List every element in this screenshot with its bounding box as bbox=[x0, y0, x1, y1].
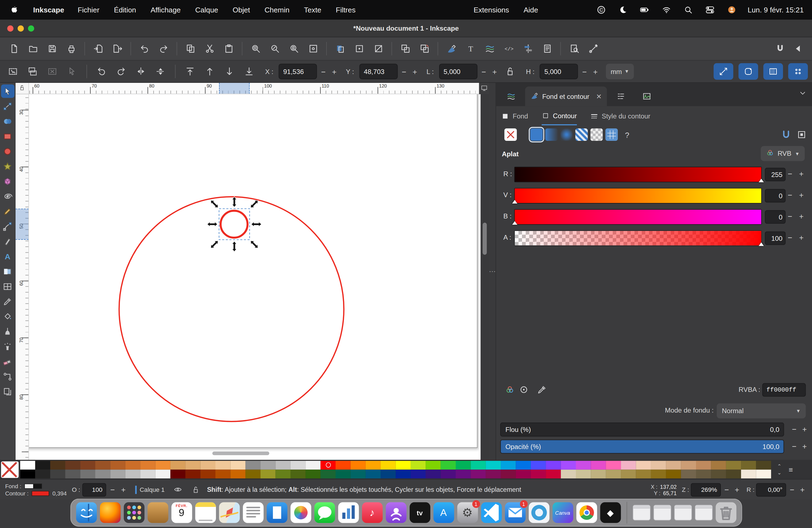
menu-affichage[interactable]: Affichage bbox=[150, 6, 180, 14]
palette-swatch[interactable] bbox=[321, 469, 336, 478]
rotate-cw-button[interactable] bbox=[112, 63, 130, 80]
palette-swatch[interactable] bbox=[366, 469, 381, 478]
rotation-input[interactable]: 0,00° bbox=[756, 483, 786, 496]
dialog-tab-fill-stroke[interactable]: Fond et contour ✕ bbox=[525, 86, 607, 106]
docs-blue-dock-icon[interactable] bbox=[266, 502, 287, 523]
safari-dock-icon[interactable] bbox=[528, 502, 549, 523]
slider-value[interactable]: 255 bbox=[765, 168, 785, 181]
height-decrement[interactable]: − bbox=[580, 67, 589, 76]
display-mode-icon[interactable] bbox=[479, 83, 489, 94]
palette-swatch[interactable] bbox=[636, 460, 651, 469]
spiral-tool[interactable] bbox=[1, 189, 14, 203]
maps-dock-icon[interactable] bbox=[219, 502, 240, 523]
lower-to-bottom-button[interactable] bbox=[240, 63, 258, 80]
c-logo-icon[interactable]: C bbox=[595, 4, 607, 15]
raise-to-top-button[interactable] bbox=[181, 63, 199, 80]
palette-swatch[interactable] bbox=[591, 469, 606, 478]
palette-swatch[interactable] bbox=[531, 469, 546, 478]
height-input[interactable]: 5,000 bbox=[540, 64, 578, 79]
blend-mode-select[interactable]: Normal▼ bbox=[717, 404, 806, 419]
scale-corners-toggle[interactable] bbox=[739, 63, 758, 80]
palette-swatch[interactable] bbox=[666, 469, 681, 478]
palette-scroll-down[interactable]: ⌄ bbox=[774, 470, 785, 475]
opacity-increment[interactable]: + bbox=[802, 442, 807, 450]
palette-swatch[interactable] bbox=[305, 460, 320, 469]
palette-swatch[interactable] bbox=[260, 469, 275, 478]
scale-pattern-toggle[interactable] bbox=[788, 63, 808, 80]
slider-track[interactable] bbox=[514, 167, 762, 182]
firefox-dock-icon[interactable] bbox=[100, 502, 120, 523]
unit-select[interactable]: mm▼ bbox=[606, 64, 634, 79]
slider-track[interactable] bbox=[514, 230, 762, 246]
print-button[interactable] bbox=[62, 40, 81, 57]
tab-overflow-chevron-icon[interactable] bbox=[798, 89, 807, 99]
palette-swatch[interactable] bbox=[65, 460, 80, 469]
selection-cursor-button[interactable] bbox=[63, 63, 81, 80]
height-increment[interactable]: + bbox=[591, 67, 600, 76]
export-button[interactable] bbox=[108, 40, 127, 57]
gradient-tool[interactable] bbox=[1, 265, 14, 278]
menu-fichier[interactable]: Fichier bbox=[77, 6, 99, 14]
menu-extensions[interactable]: Extensions bbox=[474, 6, 509, 14]
paste-button[interactable] bbox=[219, 40, 238, 57]
photos-dock-icon[interactable] bbox=[290, 502, 311, 523]
palette-swatch[interactable] bbox=[561, 460, 576, 469]
no-color-swatch[interactable] bbox=[1, 461, 19, 478]
palette-swatch[interactable] bbox=[110, 469, 125, 478]
music-dock-icon[interactable]: ♪ bbox=[362, 502, 382, 523]
palette-swatch[interactable] bbox=[425, 460, 440, 469]
slider-decrement[interactable]: − bbox=[788, 169, 792, 178]
lock-ratio-toggle[interactable] bbox=[501, 63, 519, 80]
app-store-dock-icon[interactable]: A bbox=[433, 502, 454, 523]
palette-swatch[interactable] bbox=[651, 469, 666, 478]
slider-value[interactable]: 0 bbox=[765, 189, 785, 202]
palette-swatch[interactable] bbox=[531, 460, 546, 469]
palette-swatch[interactable] bbox=[246, 460, 260, 469]
amber-app-dock-icon[interactable] bbox=[147, 502, 168, 523]
wifi-icon[interactable] bbox=[661, 4, 672, 15]
palette-swatch[interactable] bbox=[305, 469, 320, 478]
color-wheel-icon[interactable] bbox=[504, 383, 516, 396]
palette-swatch[interactable] bbox=[140, 469, 155, 478]
palette-swatch[interactable] bbox=[470, 460, 485, 469]
y-decrement[interactable]: − bbox=[400, 67, 408, 76]
duplicate-button[interactable] bbox=[330, 40, 349, 57]
palette-swatch[interactable] bbox=[381, 469, 395, 478]
calendar-dock-icon[interactable]: FÉVR.9 bbox=[171, 502, 192, 523]
palette-swatch[interactable] bbox=[65, 469, 80, 478]
inkscape-dock-dock-icon[interactable]: ◆ bbox=[600, 502, 621, 523]
tab-contour[interactable]: Contour bbox=[541, 110, 577, 126]
x-decrement[interactable]: − bbox=[319, 67, 328, 76]
palette-swatch[interactable] bbox=[185, 469, 200, 478]
zoom-decrement[interactable]: − bbox=[722, 485, 731, 494]
palette-swatch[interactable] bbox=[230, 469, 245, 478]
opacity-decrement[interactable]: − bbox=[792, 442, 796, 450]
palette-swatch[interactable] bbox=[126, 469, 140, 478]
palette-swatch[interactable] bbox=[291, 460, 305, 469]
fill-rule-evenodd-button[interactable] bbox=[780, 128, 793, 141]
palette-swatch[interactable] bbox=[381, 460, 395, 469]
text-dialog-button[interactable]: T bbox=[461, 40, 480, 57]
palette-swatch[interactable] bbox=[561, 469, 576, 478]
close-window-button[interactable] bbox=[7, 25, 14, 31]
dialog-tab-image[interactable] bbox=[635, 86, 659, 106]
slider-increment[interactable]: + bbox=[799, 233, 803, 242]
layer-visibility-icon[interactable] bbox=[172, 483, 184, 496]
object-opacity-decrement[interactable]: − bbox=[108, 485, 117, 494]
palette-swatch[interactable] bbox=[486, 469, 501, 478]
slider-increment[interactable]: + bbox=[799, 212, 803, 221]
palette-swatch[interactable] bbox=[411, 469, 425, 478]
chrome-dock-icon[interactable] bbox=[576, 502, 597, 523]
swatch-button[interactable] bbox=[591, 128, 603, 141]
palette-swatch[interactable] bbox=[456, 460, 470, 469]
app-menu[interactable]: Inkscape bbox=[33, 6, 64, 14]
finder-dock-icon[interactable] bbox=[76, 502, 97, 523]
textedit-dock-icon[interactable] bbox=[243, 502, 263, 523]
notes-dock-icon[interactable] bbox=[195, 502, 216, 523]
palette-swatch[interactable] bbox=[156, 469, 170, 478]
palette-swatch[interactable] bbox=[156, 460, 170, 469]
minimize-window-button[interactable] bbox=[18, 25, 24, 31]
select-all-button[interactable] bbox=[4, 63, 22, 80]
undo-button[interactable] bbox=[135, 40, 154, 57]
palette-swatch[interactable] bbox=[651, 460, 666, 469]
